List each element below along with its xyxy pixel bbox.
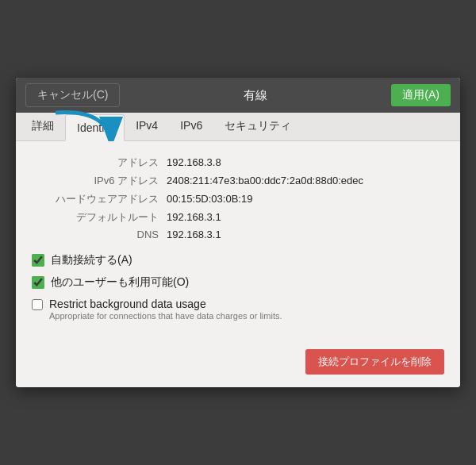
tab-ipv6[interactable]: IPv6 xyxy=(169,113,213,141)
restrict-checkbox[interactable] xyxy=(32,299,43,310)
dns-label: DNS xyxy=(32,229,159,240)
all-users-label: 他のユーザーも利用可能(O) xyxy=(51,275,189,290)
all-users-row: 他のユーザーも利用可能(O) xyxy=(32,275,444,290)
footer: 接続プロファイルを削除 xyxy=(16,341,460,387)
dns-value: 192.168.3.1 xyxy=(167,229,221,240)
restrict-section: Restrict background data usage Appropria… xyxy=(32,298,444,321)
auto-connect-checkbox[interactable] xyxy=(32,254,44,267)
tab-details[interactable]: 詳細 xyxy=(21,113,65,141)
delete-profile-button[interactable]: 接続プロファイルを削除 xyxy=(305,349,444,375)
content-area: アドレス 192.168.3.8 IPv6 アドレス 2408:211:47e3… xyxy=(16,141,460,341)
ipv6-address-label: IPv6 アドレス xyxy=(32,174,159,188)
restrict-sublabel: Appropriate for connections that have da… xyxy=(49,311,282,321)
restrict-text-block: Restrict background data usage Appropria… xyxy=(49,298,282,321)
auto-connect-label: 自動接続する(A) xyxy=(51,253,132,267)
dialog-title: 有線 xyxy=(244,88,267,103)
cancel-button[interactable]: キャンセル(C) xyxy=(25,83,120,107)
address-row: アドレス 192.168.3.8 xyxy=(32,156,444,170)
apply-button[interactable]: 適用(A) xyxy=(391,84,451,106)
tab-identity[interactable]: Identity xyxy=(65,114,125,141)
hardware-address-row: ハードウェアアドレス 00:15:5D:03:0B:19 xyxy=(32,192,444,206)
auto-connect-row: 自動接続する(A) xyxy=(32,253,444,267)
network-dialog: キャンセル(C) 有線 適用(A) 詳細 Identity IPv4 IPv6 … xyxy=(16,78,460,387)
all-users-checkbox[interactable] xyxy=(32,276,44,289)
hardware-address-value: 00:15:5D:03:0B:19 xyxy=(167,193,252,205)
ipv6-address-value: 2408:211:47e3:ba00:ddc7:2a0d:88d0:edec xyxy=(167,175,363,186)
restrict-label: Restrict background data usage xyxy=(49,298,282,310)
default-route-row: デフォルトルート 192.168.3.1 xyxy=(32,210,444,225)
checkbox-section: 自動接続する(A) 他のユーザーも利用可能(O) Restrict backgr… xyxy=(32,253,444,321)
tabs-wrapper: 詳細 Identity IPv4 IPv6 セキュリティ xyxy=(16,113,460,141)
tab-ipv4[interactable]: IPv4 xyxy=(125,113,169,141)
default-route-value: 192.168.3.1 xyxy=(167,211,221,223)
titlebar: キャンセル(C) 有線 適用(A) xyxy=(16,78,460,113)
restrict-row: Restrict background data usage Appropria… xyxy=(32,298,444,321)
ipv6-address-row: IPv6 アドレス 2408:211:47e3:ba00:ddc7:2a0d:8… xyxy=(32,174,444,188)
hardware-address-label: ハードウェアアドレス xyxy=(32,192,159,206)
default-route-label: デフォルトルート xyxy=(32,210,159,225)
tab-security[interactable]: セキュリティ xyxy=(213,113,302,141)
tabs-bar: 詳細 Identity IPv4 IPv6 セキュリティ xyxy=(16,113,460,141)
address-label: アドレス xyxy=(32,156,159,170)
dns-row: DNS 192.168.3.1 xyxy=(32,229,444,240)
network-info-section: アドレス 192.168.3.8 IPv6 アドレス 2408:211:47e3… xyxy=(32,156,444,240)
address-value: 192.168.3.8 xyxy=(167,156,221,168)
